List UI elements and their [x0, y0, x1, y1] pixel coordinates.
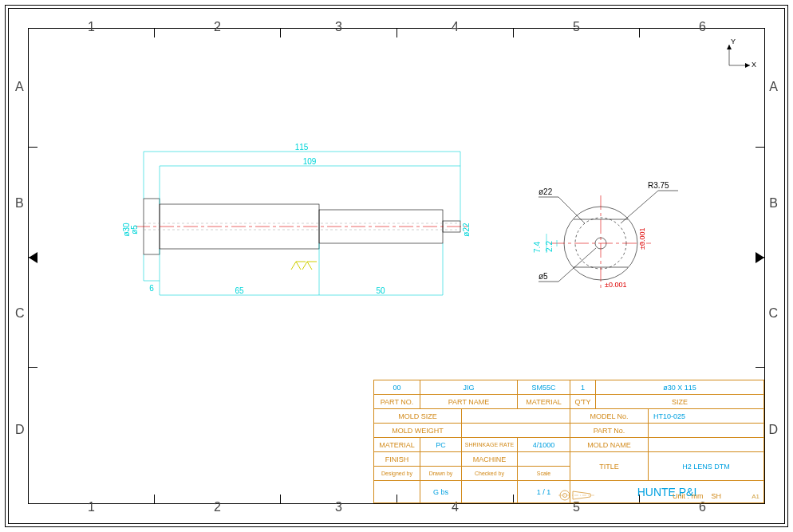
svg-text:6: 6 [149, 284, 154, 293]
svg-text:50: 50 [376, 286, 385, 295]
center-mark-left-icon [29, 252, 37, 263]
shaft-side-view: 115 109 65 50 6 ø30 ø5 ø22 [136, 144, 479, 319]
svg-text:ø5: ø5 [130, 225, 139, 234]
shaft-end-view: R3.75 ø22 ø5 7.4 2.2 ±0.001 ±0.001 [535, 179, 694, 315]
svg-text:Y: Y [731, 37, 736, 45]
svg-text:R3.75: R3.75 [648, 181, 669, 190]
svg-text:2.2: 2.2 [545, 241, 554, 252]
col-6: 6 [699, 20, 706, 34]
col-5: 5 [573, 20, 580, 34]
svg-text:ø22: ø22 [539, 187, 553, 196]
col-2: 2 [214, 20, 221, 34]
svg-text:±0.001: ±0.001 [638, 228, 646, 250]
svg-line-40 [621, 191, 658, 223]
svg-text:109: 109 [303, 157, 317, 166]
svg-line-46 [558, 248, 596, 282]
footer-note: Unit : mmSH [665, 492, 721, 500]
coord-axes-icon: XY [723, 40, 755, 72]
col-4: 4 [452, 20, 459, 34]
svg-marker-1 [745, 63, 750, 68]
row-a: A [15, 80, 24, 94]
center-mark-right-icon [756, 252, 764, 263]
col-1: 1 [88, 20, 95, 34]
svg-text:ø22: ø22 [462, 223, 471, 237]
svg-text:7.4: 7.4 [533, 242, 542, 253]
col-3: 3 [335, 20, 342, 34]
svg-text:65: 65 [235, 286, 244, 295]
svg-text:115: 115 [295, 143, 309, 152]
svg-text:±0.001: ±0.001 [605, 281, 626, 289]
sheet-size: A1 [752, 493, 759, 500]
svg-line-43 [558, 197, 585, 223]
title-block: 00JIGSM55C1ø30 X 115 PART NO.PART NAMEMA… [373, 380, 764, 503]
svg-text:X: X [752, 61, 756, 69]
svg-text:ø5: ø5 [539, 272, 548, 281]
